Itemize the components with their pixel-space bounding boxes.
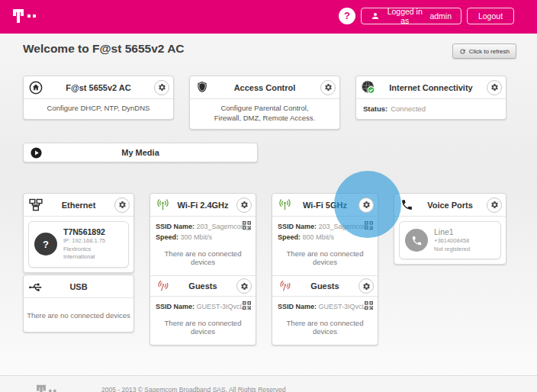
gear-icon [240,201,249,209]
speed-label: Speed: [156,233,178,241]
gear-icon [490,201,499,209]
usb-icon [28,279,43,294]
refresh-label: Click to refresh [469,48,510,55]
wifi-5ghz-no-devices: There are no connected devices [278,249,372,266]
page-title: Welcome to F@st 5655v2 AC [23,42,185,56]
voice-line-name: Line1 [434,227,470,237]
speed-value: 300 Mbit/s [181,233,213,241]
card-wifi-5ghz: Wi-Fi 5GHz SSID Name: 203_Sagemcom_... S… [272,193,378,345]
card-my-media[interactable]: My Media [23,143,258,162]
wifi-antenna-icon [277,198,292,213]
wifi-24ghz-info: SSID Name: 203_Sagemcom_... Speed: 300 M… [150,217,256,275]
phone-avatar-icon [405,229,428,252]
internet-status-value: Connected [391,104,426,113]
shield-icon [195,80,210,95]
wifi-24ghz-no-devices: There are no connected devices [156,249,250,266]
card-internet-title: Internet Connectivity [356,83,506,92]
card-gateway-title: F@st 5655v2 AC [24,83,173,92]
card-wifi-24ghz: Wi-Fi 2.4GHz SSID Name: 203_Sagemcom_...… [150,193,256,345]
ssid-label: SSID Name: [156,223,195,230]
gear-icon [158,83,166,92]
wifi-24ghz-guests-header[interactable]: Guests [150,275,256,297]
ethernet-device-name: T7N561892 [63,227,123,237]
card-ethernet-header[interactable]: Ethernet [24,194,133,217]
wifi-5ghz-guests-info: SSID Name: GUEST-3IQvcL There are no con… [272,297,378,345]
card-access-control: Access Control Configure Parental Contro… [189,76,340,130]
card-internet-header[interactable]: Internet Connectivity [356,76,506,99]
top-bar-actions: ? Logged in as admin Logout [339,8,514,24]
qr-code-icon[interactable] [243,301,251,310]
wifi-5ghz-guests-no-devices: There are no connected devices [278,319,372,336]
my-media-title: My Media [24,148,257,157]
wifi-antenna-icon [155,198,170,213]
ethernet-device-ip: IP: 192.168.1.75 [63,237,123,246]
card-usb: USB There are no connected devices [23,275,134,333]
wifi-5ghz-info: SSID Name: 203_Sagemcom_... Speed: 800 M… [272,217,378,275]
card-voice-ports-header[interactable]: Voice Ports [394,194,506,217]
speed-value: 800 Mbit/s [303,233,335,241]
qr-code-icon[interactable] [365,221,373,230]
card-usb-header[interactable]: USB [24,275,133,298]
card-gateway-header[interactable]: F@st 5655v2 AC [24,76,173,99]
question-avatar: ? [34,233,57,255]
voice-ports-settings-button[interactable] [487,198,502,213]
gateway-settings-button[interactable] [154,80,169,95]
logout-label: Logout [478,11,503,21]
ssid-label: SSID Name: [278,223,317,230]
card-voice-ports: Voice Ports Line1 +3614008458 Not regist… [394,193,506,265]
ethernet-icon [28,198,43,213]
globe-check-icon [361,80,376,95]
home-icon [28,80,43,95]
card-access-control-header[interactable]: Access Control [190,76,339,99]
ethernet-device-card[interactable]: ? T7N561892 IP: 192.168.1.75 Flextronics… [28,221,129,268]
ssid-label: SSID Name: [278,303,317,310]
speed-label: Speed: [278,233,301,241]
wifi-5ghz-guests-header[interactable]: Guests [272,275,378,297]
refresh-button[interactable]: Click to refresh [452,43,516,59]
wifi-24ghz-guests-settings-button[interactable] [236,278,252,294]
telekom-logo-footer [37,384,66,392]
ethernet-device-vendor: Flextronics International [63,246,123,262]
card-gateway: F@st 5655v2 AC Configure DHCP, NTP, DynD… [23,76,174,120]
wifi-24ghz-settings-button[interactable] [236,198,252,213]
gear-icon [118,201,127,209]
logged-in-button[interactable]: Logged in as admin [361,8,461,24]
logged-in-user: admin [429,11,452,21]
voice-line-card[interactable]: Line1 +3614008458 Not registered [399,221,501,259]
voice-line-status: Not registered [434,246,470,254]
logout-button[interactable]: Logout [467,8,514,24]
card-internet: Internet Connectivity Status:Connected [355,76,506,120]
usb-no-devices: There are no connected devices [27,311,130,320]
ssid-label: SSID Name: [156,303,195,310]
wifi-5ghz-guests-settings-button[interactable] [359,278,374,294]
telekom-logo [13,8,48,25]
help-button[interactable]: ? [339,8,355,24]
wifi-24ghz-guests-info: SSID Name: GUEST-3IQvcL There are no con… [150,297,256,345]
gear-icon [490,83,499,92]
wifi-5ghz-settings-button[interactable] [359,198,374,213]
gear-icon [324,83,333,92]
gear-icon [240,282,249,291]
qr-code-icon[interactable] [365,301,373,310]
gear-icon [362,282,371,291]
card-wifi-24ghz-header[interactable]: Wi-Fi 2.4GHz [150,194,256,217]
card-gateway-description: Configure DHCP, NTP, DynDNS [24,99,173,119]
card-wifi-5ghz-header[interactable]: Wi-Fi 5GHz [272,194,378,217]
guest-antenna-icon [275,276,294,295]
top-bar: ? Logged in as admin Logout [0,0,537,34]
ethernet-settings-button[interactable] [114,198,130,213]
gear-icon [362,201,371,209]
wifi-24ghz-guests-no-devices: There are no connected devices [156,319,250,336]
access-control-settings-button[interactable] [320,80,336,95]
internet-status: Status:Connected [356,99,506,119]
copyright-text: 2005 - 2013 © Sagemcom Broadband SAS. Al… [101,386,286,392]
play-icon [30,146,43,159]
user-icon [371,11,380,21]
internet-settings-button[interactable] [487,80,502,95]
card-access-control-title: Access Control [190,83,339,92]
logged-in-label: Logged in as [384,7,426,25]
qr-code-icon[interactable] [243,221,251,230]
ssid-value: GUEST-3IQvcL [319,303,366,310]
refresh-icon [459,48,466,55]
ssid-value: GUEST-3IQvcL [197,303,244,310]
